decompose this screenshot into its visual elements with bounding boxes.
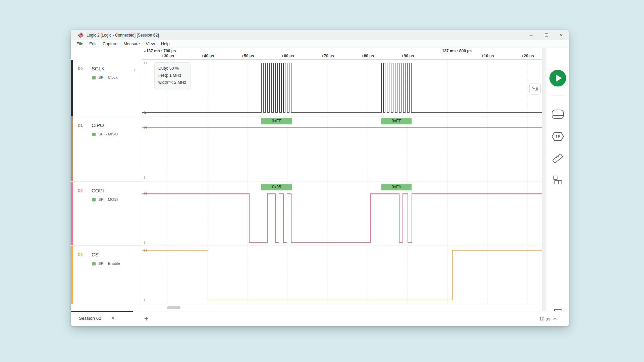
menu-edit[interactable]: Edit: [86, 40, 100, 48]
svg-text:1F: 1F: [555, 134, 560, 139]
channel-analyzer-label: SPI - Enable: [98, 261, 120, 265]
menu-view[interactable]: View: [143, 40, 158, 48]
sidebar-divider: [551, 96, 565, 96]
menu-bar: FileEditCaptureMeasureViewHelp: [71, 40, 569, 48]
analog-digital-toggle-button[interactable]: [529, 83, 541, 95]
title-bar[interactable]: Logic 2 [Logic - Connected] [Session 62]…: [71, 30, 569, 40]
waveform-copi[interactable]: [142, 194, 542, 243]
channel-color-bar: [71, 246, 73, 304]
start-capture-button[interactable]: [546, 69, 569, 87]
tab-divider: [133, 314, 133, 323]
analyzers-button[interactable]: 1F: [546, 131, 569, 142]
app-window: Logic 2 [Logic - Connected] [Session 62]…: [71, 30, 569, 326]
channel-id: D3: [78, 253, 83, 257]
level-label-high: H: [144, 192, 147, 196]
window-title: Logic 2 [Logic - Connected] [Session 62]: [87, 33, 159, 38]
channel-id: D0: [78, 67, 83, 71]
maximize-icon: [545, 34, 548, 37]
menu-measure[interactable]: Measure: [120, 40, 143, 48]
channel-name: COPI: [92, 188, 104, 193]
channel-analyzer-label: SPI - Clock: [98, 75, 118, 79]
tooltip-freq: Freq: 1 MHz: [158, 72, 186, 79]
level-label-high: H: [144, 126, 147, 130]
add-session-button[interactable]: +: [139, 311, 153, 326]
level-label-low: L: [144, 241, 146, 245]
level-label-high: H: [144, 249, 147, 252]
channel-row-cs[interactable]: D3CSSPI - Enable: [71, 246, 142, 304]
ruler-icon: [552, 153, 564, 165]
channel-name: CIPO: [92, 122, 104, 128]
waveform-sclk[interactable]: [142, 63, 542, 112]
chevron-up-icon: [553, 318, 557, 320]
level-label-low: L: [144, 176, 146, 180]
measurement-tooltip: Duty: 50 % Freq: 1 MHz width⁻¹: 2 MHz: [154, 62, 191, 89]
analyzer-dot-icon: [92, 133, 96, 136]
level-label-high: H: [144, 61, 147, 65]
channel-id: D2: [78, 189, 83, 193]
close-button[interactable]: ×: [554, 30, 569, 40]
extensions-icon: [553, 175, 563, 185]
channel-name: SCLK: [92, 66, 105, 71]
channel-color-bar: [71, 60, 73, 116]
channel-analyzer-label: SPI - MISO: [98, 132, 118, 136]
menu-capture[interactable]: Capture: [100, 40, 120, 48]
device-icon: [551, 109, 564, 119]
channel-name: CS: [92, 252, 99, 257]
play-icon: [549, 69, 567, 87]
device-settings-button[interactable]: [546, 109, 569, 119]
level-label-low: L: [144, 111, 146, 114]
extensions-button[interactable]: [546, 175, 569, 185]
channel-id: D1: [78, 123, 83, 127]
session-tab-bar: Session 62 × + 10 µs: [71, 311, 569, 326]
timescale-value: 10 µs: [539, 316, 550, 321]
analyzer-dot-icon: [92, 262, 96, 265]
channel-row-cipo[interactable]: D1CIPOSPI - MISO: [71, 116, 142, 182]
byte-annotation[interactable]: 0xFF: [381, 118, 412, 124]
tab-session[interactable]: Session 62 ×: [71, 311, 133, 326]
menu-file[interactable]: File: [73, 40, 86, 48]
channel-panel: ‹ D0SCLKSPI - ClockD1CIPOSPI - MISOD2COP…: [71, 48, 142, 311]
measurements-button[interactable]: [546, 153, 569, 165]
tooltip-width: width⁻¹: 2 MHz: [158, 79, 186, 86]
waveform-cs[interactable]: [142, 250, 542, 300]
right-sidebar: 1F: [546, 48, 569, 311]
channel-row-sclk[interactable]: D0SCLKSPI - Clock: [71, 60, 142, 116]
channel-color-bar: [71, 116, 73, 181]
channel-row-copi[interactable]: D2COPISPI - MOSI: [71, 182, 142, 246]
tab-close-button[interactable]: ×: [112, 315, 114, 321]
waveform-plot[interactable]: ◄137 ms : 700 µs137 ms : 800 µs+30 µs+40…: [142, 48, 542, 311]
analog-digital-icon: [531, 86, 539, 92]
horizontal-scrollbar-thumb[interactable]: [167, 306, 180, 309]
analyzers-hexagon-icon: 1F: [551, 131, 565, 142]
analyzer-dot-icon: [92, 198, 96, 201]
level-label-low: L: [144, 298, 146, 302]
app-logo-icon: [78, 33, 84, 38]
tab-label: Session 62: [79, 316, 101, 321]
channel-color-bar: [71, 182, 73, 245]
minimize-button[interactable]: –: [524, 30, 539, 40]
analyzer-dot-icon: [92, 76, 96, 79]
byte-annotation[interactable]: 0xFF: [261, 118, 292, 124]
menu-help[interactable]: Help: [158, 40, 173, 48]
byte-annotation[interactable]: 0x35: [261, 184, 292, 190]
active-tab-indicator: [71, 311, 133, 312]
vertical-scrollbar[interactable]: [542, 48, 546, 311]
waveform-canvas: HLHLHLHL: [142, 48, 542, 311]
tooltip-duty: Duty: 50 %: [158, 65, 186, 72]
timescale-selector[interactable]: 10 µs: [539, 311, 557, 326]
maximize-button[interactable]: [539, 30, 554, 40]
byte-annotation[interactable]: 0xFA: [381, 184, 412, 190]
channel-analyzer-label: SPI - MOSI: [98, 197, 118, 201]
